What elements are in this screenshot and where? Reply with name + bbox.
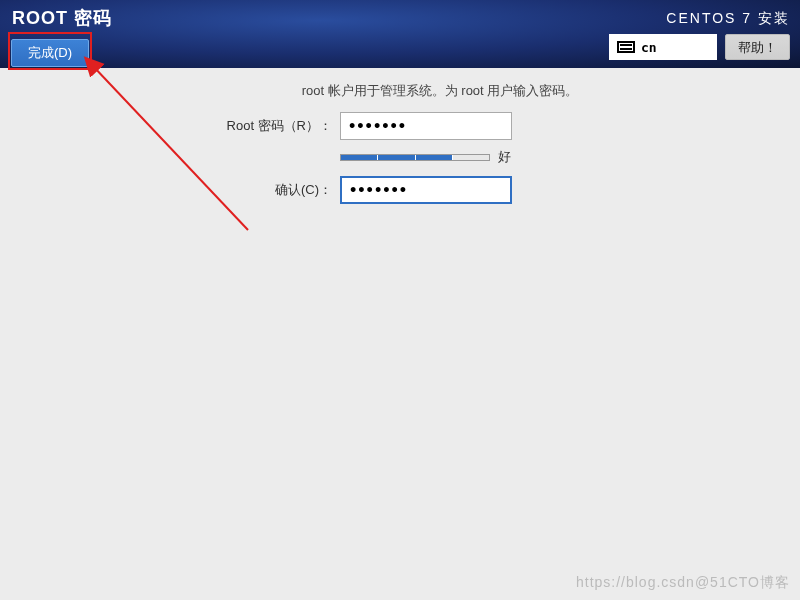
strength-segment <box>341 155 377 160</box>
instruction-text: root 帐户用于管理系统。为 root 用户输入密码。 <box>140 82 740 100</box>
strength-segment <box>452 155 489 160</box>
confirm-password-label: 确认(C)： <box>210 181 340 199</box>
installer-name: CENTOS 7 安装 <box>666 10 790 28</box>
strength-segment <box>377 155 414 160</box>
done-button[interactable]: 完成(D) <box>11 39 89 67</box>
content-area: root 帐户用于管理系统。为 root 用户输入密码。 Root 密码（R）：… <box>0 68 800 204</box>
confirm-password-input[interactable] <box>340 176 512 204</box>
root-password-input[interactable] <box>340 112 512 140</box>
keyboard-layout-code: cn <box>641 40 657 55</box>
done-button-highlight: 完成(D) <box>8 32 92 70</box>
topbar-left: ROOT 密码 完成(D) <box>8 6 112 68</box>
confirm-password-row: 确认(C)： <box>210 176 740 204</box>
topbar-right-row: cn 帮助！ <box>609 34 790 60</box>
keyboard-layout-selector[interactable]: cn <box>609 34 717 60</box>
password-strength-row: 好 <box>340 148 740 166</box>
watermark-text: https://blog.csdn@51CTO博客 <box>576 574 790 592</box>
password-strength-bar <box>340 154 490 161</box>
installer-topbar: ROOT 密码 完成(D) CENTOS 7 安装 cn 帮助！ <box>0 0 800 68</box>
keyboard-icon <box>617 41 635 53</box>
page-title: ROOT 密码 <box>12 6 112 30</box>
help-button[interactable]: 帮助！ <box>725 34 790 60</box>
strength-segment <box>415 155 452 160</box>
root-password-row: Root 密码（R）： <box>210 112 740 140</box>
topbar-right: CENTOS 7 安装 cn 帮助！ <box>609 6 790 68</box>
root-password-label: Root 密码（R）： <box>210 117 340 135</box>
password-strength-label: 好 <box>498 148 511 166</box>
